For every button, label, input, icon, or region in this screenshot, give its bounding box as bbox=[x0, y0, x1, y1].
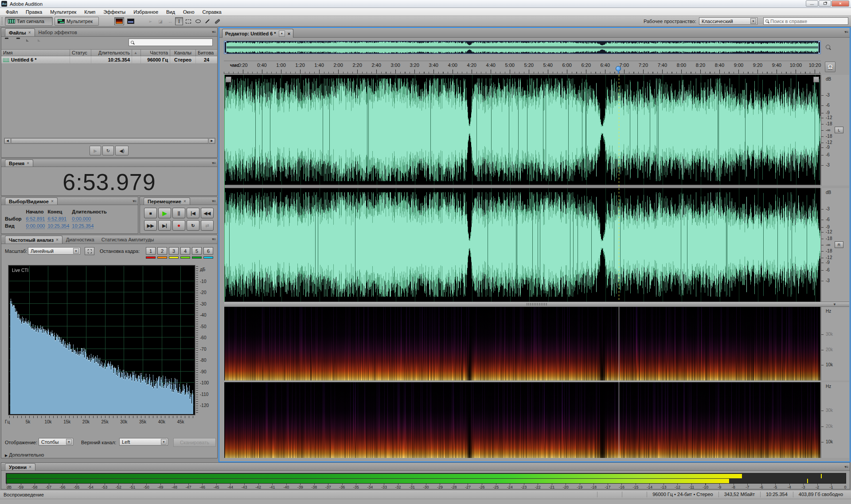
view-end-value[interactable]: 10:25.354 bbox=[47, 223, 69, 229]
waveform-editor-mode-button[interactable]: Тип сигнала bbox=[5, 17, 53, 26]
multitrack-mode-button[interactable]: Мультитрек bbox=[55, 17, 99, 26]
tab-effects-rack[interactable]: Набор эффектов bbox=[35, 28, 81, 36]
tab-transport[interactable]: Перемещение× bbox=[144, 198, 190, 205]
tab-amplitude-statistics[interactable]: Статистика Амплитуды bbox=[98, 236, 158, 244]
zoom-out-button[interactable] bbox=[823, 42, 833, 52]
wave-spectral-divider[interactable] bbox=[224, 302, 849, 307]
panel-grip[interactable] bbox=[2, 199, 4, 204]
waveform-display[interactable] bbox=[224, 75, 820, 302]
transport-loop-button[interactable]: ↻ bbox=[187, 220, 199, 231]
transport-pause-button[interactable]: || bbox=[172, 208, 185, 218]
collapse-arrow-icon[interactable]: ▼ bbox=[833, 302, 836, 306]
overview-strip[interactable] bbox=[224, 41, 821, 54]
scroll-left-icon[interactable]: ◀ bbox=[4, 138, 11, 143]
selection-start-value[interactable]: 6:52.891 bbox=[26, 216, 45, 222]
tab-selection-view[interactable]: Выбор/Видимое× bbox=[5, 198, 58, 205]
hold-button-5[interactable]: 5 bbox=[192, 247, 202, 255]
files-loop-button[interactable]: ↻ bbox=[102, 146, 114, 155]
tab-editor[interactable]: Редактор: Untitled 6 * ▼ × bbox=[222, 29, 293, 38]
hold-button-6[interactable]: 6 bbox=[203, 247, 213, 255]
transport-play-button[interactable]: ▶ bbox=[158, 208, 171, 218]
frequency-plot[interactable]: Live CTI bbox=[8, 265, 195, 415]
panel-menu-icon[interactable]: ▾≡ bbox=[212, 161, 215, 165]
timeline-ruler[interactable]: чмс 0:200:401:001:201:402:002:202:403:00… bbox=[224, 61, 821, 74]
hold-button-3[interactable]: 3 bbox=[169, 247, 179, 255]
selection-end-value[interactable]: 6:52.891 bbox=[47, 216, 66, 222]
scrollbar-thumb[interactable] bbox=[11, 138, 208, 143]
workspace-dropdown[interactable]: Классический ▼ bbox=[699, 17, 757, 25]
panel-menu-icon[interactable]: ▾≡ bbox=[212, 237, 215, 241]
corner-widget-topleft[interactable] bbox=[226, 77, 231, 82]
menu-Справка[interactable]: Справка bbox=[199, 8, 226, 16]
time-selection-tool-button[interactable]: I bbox=[175, 17, 183, 25]
menu-Эффекты[interactable]: Эффекты bbox=[99, 8, 129, 16]
chevron-down-icon[interactable]: ▼ bbox=[279, 31, 285, 37]
menu-Мультитрек[interactable]: Мультитрек bbox=[46, 8, 80, 16]
corner-widget-topright[interactable] bbox=[813, 77, 819, 82]
spot-healing-brush-tool-button[interactable] bbox=[213, 17, 221, 25]
close-tab-icon[interactable]: × bbox=[56, 237, 59, 242]
selection-duration-value[interactable]: 0:00.000 bbox=[72, 216, 91, 222]
spectral-display[interactable] bbox=[224, 307, 820, 458]
marquee-selection-tool-button[interactable] bbox=[184, 17, 192, 25]
tab-time[interactable]: Время× bbox=[5, 159, 33, 167]
files-horizontal-scrollbar[interactable]: ◀ ▶ bbox=[4, 138, 215, 144]
view-start-value[interactable]: 0:00.000 bbox=[26, 223, 45, 229]
panel-grip[interactable] bbox=[2, 30, 4, 35]
tab-levels[interactable]: Уровни× bbox=[5, 463, 35, 470]
transport-rewind-button[interactable]: ◀◀ bbox=[201, 208, 214, 218]
divider-handle[interactable] bbox=[527, 303, 547, 306]
scroll-right-icon[interactable]: ▶ bbox=[209, 138, 215, 143]
menu-Вид[interactable]: Вид bbox=[162, 8, 179, 16]
panel-menu-icon[interactable]: ▾≡ bbox=[212, 30, 215, 34]
top-channel-dropdown[interactable]: Left ▼ bbox=[119, 438, 168, 446]
tab-frequency-analysis[interactable]: Частотный анализ× bbox=[5, 236, 62, 244]
menu-Клип[interactable]: Клип bbox=[80, 8, 99, 16]
panel-menu-icon[interactable]: ▾≡ bbox=[133, 199, 136, 203]
tab-diagnostics[interactable]: Диагностика bbox=[62, 236, 98, 244]
close-tab-icon[interactable]: × bbox=[51, 199, 54, 204]
transport-fast-forward-button[interactable]: ▶▶ bbox=[144, 220, 157, 231]
file-row-untitled-6[interactable]: Untitled 6 * 10:25.354 96000 Гц Стерео 2… bbox=[1, 56, 217, 63]
level-meters[interactable] bbox=[6, 473, 846, 484]
panel-menu-icon[interactable]: ▾≡ bbox=[212, 199, 215, 203]
toolbar-grip[interactable] bbox=[1, 17, 3, 25]
hold-button-4[interactable]: 4 bbox=[180, 247, 190, 255]
menu-Файл[interactable]: Файл bbox=[2, 8, 22, 16]
playhead-marker[interactable] bbox=[616, 66, 621, 73]
hold-button-2[interactable]: 2 bbox=[157, 247, 167, 255]
close-tab-icon[interactable]: × bbox=[28, 30, 31, 35]
spectral-view-button[interactable] bbox=[114, 17, 124, 25]
panel-grip[interactable] bbox=[141, 199, 143, 204]
close-button[interactable]: × bbox=[831, 0, 849, 7]
channel-r-button[interactable]: R bbox=[835, 241, 843, 248]
close-tab-icon[interactable]: × bbox=[27, 161, 29, 166]
help-search-input[interactable] bbox=[770, 19, 846, 24]
overview-waveform-canvas[interactable] bbox=[224, 41, 820, 54]
menu-Избранное[interactable]: Избранное bbox=[129, 8, 162, 16]
panel-grip[interactable] bbox=[2, 237, 4, 242]
minimize-button[interactable]: — bbox=[806, 0, 818, 7]
display-dropdown[interactable]: Столбы ▼ bbox=[39, 438, 73, 446]
lasso-selection-tool-button[interactable] bbox=[194, 17, 202, 25]
panel-grip[interactable] bbox=[2, 161, 4, 166]
files-autoplay-button[interactable]: ◀) bbox=[115, 146, 129, 155]
close-tab-icon[interactable]: × bbox=[288, 31, 290, 36]
panel-menu-icon[interactable]: ▾≡ bbox=[844, 465, 848, 469]
paintbrush-selection-tool-button[interactable] bbox=[203, 17, 211, 25]
transport-stop-button[interactable]: ■ bbox=[144, 208, 157, 218]
panel-grip[interactable] bbox=[2, 465, 4, 470]
menu-Окно[interactable]: Окно bbox=[179, 8, 199, 16]
panel-menu-icon[interactable]: ▾≡ bbox=[844, 30, 848, 34]
transport-record-button[interactable]: ● bbox=[172, 220, 185, 231]
channel-l-button[interactable]: L bbox=[835, 127, 843, 133]
files-search-input[interactable] bbox=[136, 40, 211, 45]
snap-magnet-button[interactable]: Ω bbox=[825, 62, 835, 72]
waveform-view-button[interactable] bbox=[126, 17, 136, 25]
copy-frequency-data-button[interactable] bbox=[85, 247, 94, 255]
transport-go-to-start-button[interactable]: |◀ bbox=[187, 208, 199, 218]
menu-Правка[interactable]: Правка bbox=[22, 8, 46, 16]
hold-button-1[interactable]: 1 bbox=[146, 247, 156, 255]
close-tab-icon[interactable]: × bbox=[183, 199, 186, 204]
tab-files[interactable]: Файлы× bbox=[5, 28, 35, 36]
